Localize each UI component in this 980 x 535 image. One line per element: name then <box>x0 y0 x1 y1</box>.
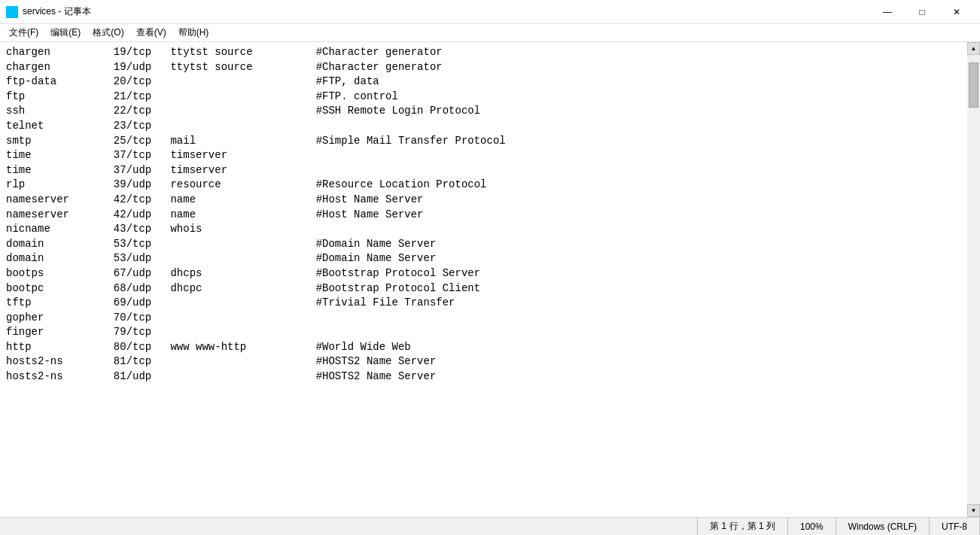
title-bar-buttons: — □ ✕ <box>870 0 974 24</box>
minimize-button[interactable]: — <box>870 0 905 24</box>
close-button[interactable]: ✕ <box>939 0 974 24</box>
app-icon <box>6 6 18 18</box>
menu-bar: 文件(F) 编辑(E) 格式(O) 查看(V) 帮助(H) <box>0 24 980 42</box>
status-empty <box>0 518 698 535</box>
status-position: 第 1 行，第 1 列 <box>698 518 788 535</box>
status-zoom: 100% <box>788 518 836 535</box>
title-bar: services - 记事本 — □ ✕ <box>0 0 980 24</box>
status-encoding: UTF-8 <box>930 518 980 535</box>
maximize-button[interactable]: □ <box>905 0 939 24</box>
status-line-ending: Windows (CRLF) <box>836 518 930 535</box>
scroll-up-arrow[interactable]: ▲ <box>967 42 980 55</box>
scroll-down-arrow[interactable]: ▼ <box>967 504 980 517</box>
editor-content[interactable]: chargen 19/tcp ttytst source #Character … <box>0 42 967 517</box>
menu-file[interactable]: 文件(F) <box>3 25 44 41</box>
scroll-track[interactable] <box>967 55 980 504</box>
menu-format[interactable]: 格式(O) <box>87 25 129 41</box>
status-bar: 第 1 行，第 1 列 100% Windows (CRLF) UTF-8 <box>0 517 980 535</box>
menu-edit[interactable]: 编辑(E) <box>44 25 87 41</box>
menu-help[interactable]: 帮助(H) <box>172 25 215 41</box>
title-bar-text: services - 记事本 <box>23 5 870 18</box>
menu-view[interactable]: 查看(V) <box>130 25 172 41</box>
editor-area: chargen 19/tcp ttytst source #Character … <box>0 42 980 517</box>
scroll-thumb[interactable] <box>969 62 978 108</box>
scrollbar: ▲ ▼ <box>967 42 980 517</box>
